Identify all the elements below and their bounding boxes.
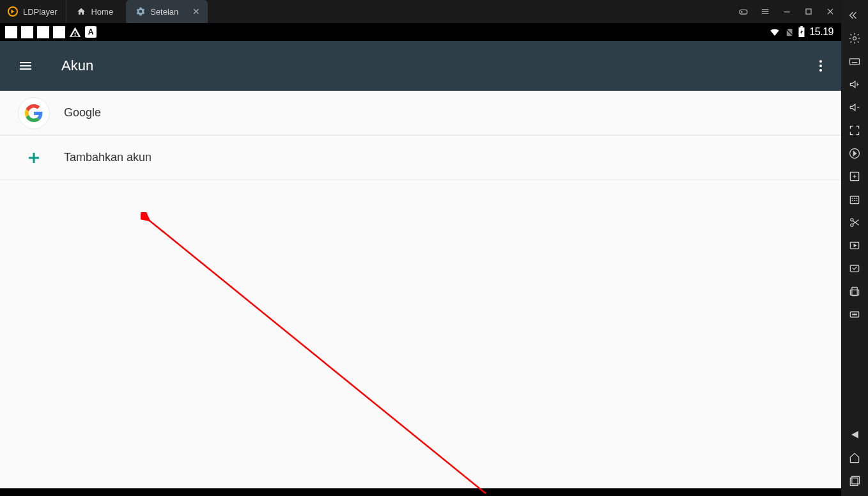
no-sim-icon: [784, 26, 794, 38]
back-button-icon[interactable]: [841, 423, 868, 446]
svg-point-14: [851, 224, 853, 226]
plus-icon: [26, 150, 42, 166]
keyboard-icon[interactable]: [841, 50, 868, 73]
svg-point-5: [819, 65, 822, 67]
notification-icon: [5, 26, 17, 38]
tab-home-label: Home: [91, 7, 113, 17]
recents-button-icon[interactable]: [841, 469, 868, 492]
battery-charging-icon: [798, 26, 805, 38]
fullscreen-icon[interactable]: [841, 119, 868, 142]
svg-point-22: [856, 314, 857, 315]
ldplayer-logo-icon: [8, 6, 18, 17]
add-account-row[interactable]: Tambahkan akun: [0, 136, 841, 180]
text-indicator-icon: A: [85, 26, 97, 38]
svg-point-21: [854, 314, 855, 315]
overflow-menu-icon[interactable]: [813, 58, 828, 74]
multi-instance-icon[interactable]: [841, 165, 868, 188]
apk-install-icon[interactable]: [841, 188, 868, 211]
svg-rect-1: [806, 9, 811, 14]
more-icon[interactable]: [841, 303, 868, 326]
sync-icon[interactable]: [841, 142, 868, 165]
home-icon: [77, 7, 86, 16]
collapse-sidebar-icon[interactable]: [841, 4, 868, 27]
account-row-google[interactable]: Google: [0, 91, 841, 136]
svg-point-4: [819, 60, 822, 63]
wifi-icon: [769, 26, 780, 38]
clock-label: 15.19: [809, 26, 833, 38]
volume-down-icon[interactable]: [841, 96, 868, 119]
tab-home[interactable]: Home: [66, 0, 123, 23]
tab-settings[interactable]: Setelan ✕: [126, 0, 208, 23]
settings-content: Google Tambahkan akun: [0, 91, 841, 496]
app-name-label: LDPlayer: [23, 7, 57, 17]
emulator-titlebar: LDPlayer Home Setelan ✕: [0, 0, 841, 23]
window-close-button[interactable]: [819, 0, 841, 23]
menu-lines-icon[interactable]: [754, 0, 776, 23]
notification-icon: [37, 26, 49, 38]
svg-rect-0: [740, 10, 747, 14]
record-icon[interactable]: [841, 234, 868, 257]
warning-icon: [69, 26, 81, 38]
app-logo-slot: LDPlayer: [0, 0, 66, 23]
svg-rect-23: [852, 476, 860, 484]
svg-point-13: [851, 219, 853, 221]
svg-point-8: [853, 37, 856, 40]
rotate-icon[interactable]: [841, 280, 868, 303]
svg-point-20: [853, 314, 854, 315]
android-status-bar: A 15.19: [0, 23, 841, 41]
tab-settings-label: Setelan: [150, 7, 178, 17]
svg-line-7: [147, 219, 486, 493]
page-title: Akun: [61, 58, 93, 74]
annotation-arrow: [141, 212, 499, 496]
home-button-icon[interactable]: [841, 446, 868, 469]
notification-icon: [53, 26, 65, 38]
account-row-label: Google: [64, 106, 101, 120]
svg-rect-24: [850, 478, 858, 486]
scissors-icon[interactable]: [841, 211, 868, 234]
svg-rect-9: [850, 59, 860, 65]
google-logo-icon: [18, 97, 50, 129]
window-maximize-button[interactable]: [798, 0, 819, 23]
tab-close-button[interactable]: ✕: [191, 6, 201, 17]
window-minimize-button[interactable]: [776, 0, 798, 23]
svg-rect-17: [852, 287, 857, 295]
svg-rect-3: [801, 26, 803, 27]
svg-rect-12: [850, 196, 858, 204]
gamepad-icon[interactable]: [732, 0, 754, 23]
add-account-label: Tambahkan akun: [64, 151, 151, 164]
hamburger-menu-icon[interactable]: [18, 58, 33, 74]
settings-app-bar: Akun: [0, 41, 841, 91]
volume-up-icon[interactable]: [841, 73, 868, 96]
settings-icon[interactable]: [841, 27, 868, 50]
emulator-sidebar: [841, 0, 868, 496]
svg-point-6: [819, 69, 822, 72]
screenshot-icon[interactable]: [841, 257, 868, 280]
gear-icon: [136, 7, 145, 16]
notification-icon: [21, 26, 33, 38]
